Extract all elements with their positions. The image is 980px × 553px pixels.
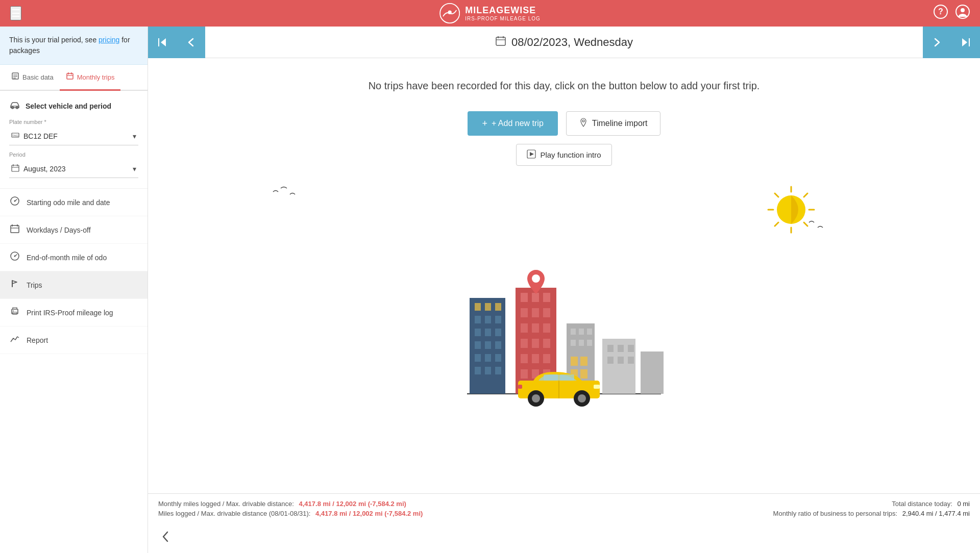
svg-rect-57 — [475, 316, 481, 323]
svg-point-5 — [961, 8, 965, 12]
plate-number-select[interactable]: TAG BC12 DEF ▾ — [9, 127, 138, 145]
tab-monthly-trips-label: Monthly trips — [77, 73, 115, 81]
sidebar-item-print[interactable]: Print IRS-Proof mileage log — [0, 299, 148, 326]
svg-rect-100 — [580, 357, 587, 366]
svg-rect-95 — [587, 329, 592, 335]
svg-rect-94 — [579, 329, 584, 335]
svg-rect-110 — [641, 351, 664, 394]
trips-icon — [9, 279, 20, 291]
svg-point-1 — [448, 11, 452, 14]
svg-rect-74 — [532, 293, 539, 302]
last-date-button[interactable] — [951, 27, 980, 58]
miles-logged-label: Miles logged / Max. drivable distance (0… — [158, 510, 310, 517]
sidebar: This is your trial period, see pricing f… — [0, 27, 148, 553]
total-today-label: Total distance today: — [892, 500, 952, 508]
monthly-miles-label: Monthly miles logged / Max. drivable dis… — [158, 500, 294, 508]
svg-rect-70 — [485, 367, 491, 374]
starting-odo-label: Starting odo mile and date — [27, 198, 110, 207]
play-intro-row: Play function intro — [148, 144, 980, 174]
workdays-icon — [9, 223, 20, 236]
svg-rect-99 — [571, 357, 578, 366]
svg-rect-83 — [532, 339, 539, 348]
back-btn-row — [148, 523, 980, 553]
main-layout: This is your trial period, see pricing f… — [0, 27, 980, 553]
svg-rect-69 — [475, 367, 481, 374]
next-icon — [932, 37, 942, 47]
vehicle-period-section: Select vehicle and period Plate number *… — [0, 91, 148, 189]
next-date-button[interactable] — [923, 27, 951, 58]
plate-icon: TAG — [11, 131, 19, 141]
date-nav: 08/02/2023, Wednesday — [148, 27, 980, 58]
tab-basic-data-label: Basic data — [22, 73, 54, 81]
svg-rect-59 — [495, 316, 501, 323]
main-content: No trips have been recorded for this day… — [148, 58, 980, 553]
svg-rect-102 — [580, 369, 587, 379]
period-field: Period August, 2023 ▾ — [9, 152, 138, 178]
svg-point-24 — [14, 200, 16, 202]
svg-marker-42 — [530, 152, 534, 156]
tab-monthly-trips[interactable]: Monthly trips — [60, 65, 121, 91]
svg-rect-62 — [495, 329, 501, 336]
prev-icon — [186, 37, 196, 47]
trips-label: Trips — [27, 281, 42, 289]
sidebar-item-report[interactable]: Report — [0, 326, 148, 354]
user-icon — [955, 5, 970, 19]
plate-number-label: Plate number * — [9, 119, 138, 125]
period-select[interactable]: August, 2023 ▾ — [9, 160, 138, 178]
svg-rect-63 — [475, 341, 481, 349]
calendar-icon — [495, 35, 506, 49]
svg-rect-65 — [495, 341, 501, 349]
total-today-value: 0 mi — [957, 500, 970, 508]
svg-rect-104 — [607, 345, 614, 352]
print-label: Print IRS-Proof mileage log — [27, 309, 113, 317]
sidebar-item-workdays[interactable]: Workdays / Days-off — [0, 216, 148, 244]
section-header-vehicle: Select vehicle and period — [9, 99, 138, 113]
city-svg — [436, 257, 692, 410]
svg-rect-76 — [521, 308, 528, 317]
back-button[interactable] — [158, 530, 173, 547]
plate-number-field: Plate number * TAG BC12 DEF ▾ — [9, 119, 138, 145]
illustration-area — [148, 174, 980, 493]
svg-rect-97 — [579, 340, 584, 346]
first-date-button[interactable] — [148, 27, 177, 58]
svg-rect-64 — [485, 341, 491, 349]
pricing-link[interactable]: pricing — [99, 36, 119, 44]
monthly-ratio-value: 2,940.4 mi / 1,477.4 mi — [902, 510, 970, 517]
action-buttons: + + Add new trip Timeline import — [148, 103, 980, 144]
svg-text:?: ? — [938, 7, 943, 16]
user-button[interactable] — [955, 5, 970, 22]
prev-date-button[interactable] — [177, 27, 205, 58]
svg-rect-71 — [495, 367, 501, 374]
period-label: Period — [9, 152, 138, 158]
plus-icon: + — [482, 118, 487, 129]
last-icon — [960, 36, 972, 48]
svg-rect-73 — [521, 293, 528, 302]
logo-title: MILEAGEWISE — [465, 5, 541, 16]
help-button[interactable]: ? — [934, 5, 948, 22]
menu-icon[interactable]: ☰ — [10, 6, 21, 20]
basic-data-icon — [11, 72, 19, 82]
play-intro-label: Play function intro — [540, 150, 601, 159]
add-new-trip-button[interactable]: + + Add new trip — [468, 111, 557, 136]
play-intro-button[interactable]: Play function intro — [516, 144, 611, 166]
end-month-odo-icon — [9, 251, 20, 264]
svg-rect-98 — [587, 340, 592, 346]
svg-rect-96 — [571, 340, 576, 346]
status-row-2: Miles logged / Max. drivable distance (0… — [158, 510, 970, 517]
sidebar-item-starting-odo[interactable]: Starting odo mile and date — [0, 189, 148, 216]
svg-point-115 — [532, 394, 540, 403]
timeline-import-button[interactable]: Timeline import — [566, 111, 660, 136]
sidebar-item-trips[interactable]: Trips — [0, 271, 148, 299]
sidebar-item-end-month-odo[interactable]: End-of-month mile of odo — [0, 244, 148, 271]
miles-logged-value: 4,417.8 mi / 12,002 mi (-7,584.2 mi) — [315, 510, 423, 517]
svg-rect-106 — [628, 345, 634, 352]
svg-rect-81 — [543, 323, 550, 333]
tab-basic-data[interactable]: Basic data — [5, 65, 60, 91]
svg-point-30 — [14, 256, 16, 257]
svg-rect-87 — [543, 354, 550, 363]
svg-rect-85 — [521, 354, 528, 363]
period-dropdown-arrow: ▾ — [133, 165, 136, 173]
trial-text: This is your trial period, see — [9, 36, 99, 44]
print-icon — [9, 306, 20, 319]
svg-rect-67 — [485, 354, 491, 362]
